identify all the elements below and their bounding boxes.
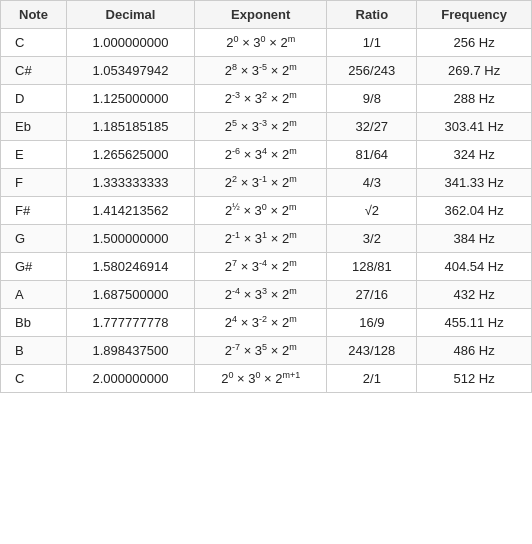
cell-exponent: 28 × 3-5 × 2m xyxy=(195,57,327,85)
cell-ratio: 243/128 xyxy=(327,337,417,365)
cell-note: G# xyxy=(1,253,67,281)
cell-frequency: 269.7 Hz xyxy=(417,57,532,85)
header-decimal: Decimal xyxy=(66,1,194,29)
cell-exponent: 27 × 3-4 × 2m xyxy=(195,253,327,281)
cell-decimal: 1.580246914 xyxy=(66,253,194,281)
table-row: C#1.05349794228 × 3-5 × 2m256/243269.7 H… xyxy=(1,57,532,85)
cell-decimal: 1.777777778 xyxy=(66,309,194,337)
table-row: F1.33333333322 × 3-1 × 2m4/3341.33 Hz xyxy=(1,169,532,197)
header-ratio: Ratio xyxy=(327,1,417,29)
cell-note: B xyxy=(1,337,67,365)
cell-ratio: 9/8 xyxy=(327,85,417,113)
cell-frequency: 324 Hz xyxy=(417,141,532,169)
cell-ratio: 128/81 xyxy=(327,253,417,281)
cell-frequency: 432 Hz xyxy=(417,281,532,309)
cell-decimal: 2.000000000 xyxy=(66,365,194,393)
cell-frequency: 341.33 Hz xyxy=(417,169,532,197)
cell-decimal: 1.125000000 xyxy=(66,85,194,113)
table-row: C2.00000000020 × 30 × 2m+12/1512 Hz xyxy=(1,365,532,393)
cell-frequency: 486 Hz xyxy=(417,337,532,365)
cell-exponent: 2-6 × 34 × 2m xyxy=(195,141,327,169)
cell-ratio: 27/16 xyxy=(327,281,417,309)
cell-frequency: 288 Hz xyxy=(417,85,532,113)
cell-ratio: 3/2 xyxy=(327,225,417,253)
cell-note: G xyxy=(1,225,67,253)
cell-exponent: 24 × 3-2 × 2m xyxy=(195,309,327,337)
cell-exponent: 2-4 × 33 × 2m xyxy=(195,281,327,309)
table-row: C1.00000000020 × 30 × 2m1/1256 Hz xyxy=(1,29,532,57)
table-row: Eb1.18518518525 × 3-3 × 2m32/27303.41 Hz xyxy=(1,113,532,141)
cell-decimal: 1.898437500 xyxy=(66,337,194,365)
table-row: A1.6875000002-4 × 33 × 2m27/16432 Hz xyxy=(1,281,532,309)
cell-frequency: 256 Hz xyxy=(417,29,532,57)
cell-note: A xyxy=(1,281,67,309)
cell-ratio: 256/243 xyxy=(327,57,417,85)
cell-exponent: 20 × 30 × 2m xyxy=(195,29,327,57)
table-row: E1.2656250002-6 × 34 × 2m81/64324 Hz xyxy=(1,141,532,169)
cell-decimal: 1.265625000 xyxy=(66,141,194,169)
table-row: Bb1.77777777824 × 3-2 × 2m16/9455.11 Hz xyxy=(1,309,532,337)
cell-decimal: 1.333333333 xyxy=(66,169,194,197)
cell-note: F# xyxy=(1,197,67,225)
cell-frequency: 512 Hz xyxy=(417,365,532,393)
cell-exponent: 2-1 × 31 × 2m xyxy=(195,225,327,253)
cell-decimal: 1.687500000 xyxy=(66,281,194,309)
cell-note: Eb xyxy=(1,113,67,141)
cell-ratio: 81/64 xyxy=(327,141,417,169)
cell-frequency: 362.04 Hz xyxy=(417,197,532,225)
cell-exponent: 20 × 30 × 2m+1 xyxy=(195,365,327,393)
header-exponent: Exponent xyxy=(195,1,327,29)
cell-note: C xyxy=(1,365,67,393)
cell-decimal: 1.053497942 xyxy=(66,57,194,85)
cell-exponent: 2-7 × 35 × 2m xyxy=(195,337,327,365)
cell-note: D xyxy=(1,85,67,113)
cell-note: F xyxy=(1,169,67,197)
cell-exponent: 22 × 3-1 × 2m xyxy=(195,169,327,197)
cell-note: C# xyxy=(1,57,67,85)
cell-frequency: 455.11 Hz xyxy=(417,309,532,337)
table-row: B1.8984375002-7 × 35 × 2m243/128486 Hz xyxy=(1,337,532,365)
cell-ratio: √2 xyxy=(327,197,417,225)
cell-exponent: 2½ × 30 × 2m xyxy=(195,197,327,225)
cell-frequency: 303.41 Hz xyxy=(417,113,532,141)
cell-frequency: 384 Hz xyxy=(417,225,532,253)
cell-note: E xyxy=(1,141,67,169)
cell-decimal: 1.414213562 xyxy=(66,197,194,225)
cell-frequency: 404.54 Hz xyxy=(417,253,532,281)
table-row: G#1.58024691427 × 3-4 × 2m128/81404.54 H… xyxy=(1,253,532,281)
table-row: F#1.4142135622½ × 30 × 2m√2362.04 Hz xyxy=(1,197,532,225)
cell-exponent: 25 × 3-3 × 2m xyxy=(195,113,327,141)
cell-decimal: 1.500000000 xyxy=(66,225,194,253)
cell-decimal: 1.185185185 xyxy=(66,113,194,141)
cell-ratio: 32/27 xyxy=(327,113,417,141)
header-frequency: Frequency xyxy=(417,1,532,29)
music-table: Note Decimal Exponent Ratio Frequency C1… xyxy=(0,0,532,393)
cell-decimal: 1.000000000 xyxy=(66,29,194,57)
header-note: Note xyxy=(1,1,67,29)
cell-note: C xyxy=(1,29,67,57)
table-row: G1.5000000002-1 × 31 × 2m3/2384 Hz xyxy=(1,225,532,253)
cell-note: Bb xyxy=(1,309,67,337)
cell-ratio: 2/1 xyxy=(327,365,417,393)
cell-ratio: 4/3 xyxy=(327,169,417,197)
table-row: D1.1250000002-3 × 32 × 2m9/8288 Hz xyxy=(1,85,532,113)
cell-ratio: 16/9 xyxy=(327,309,417,337)
cell-ratio: 1/1 xyxy=(327,29,417,57)
cell-exponent: 2-3 × 32 × 2m xyxy=(195,85,327,113)
